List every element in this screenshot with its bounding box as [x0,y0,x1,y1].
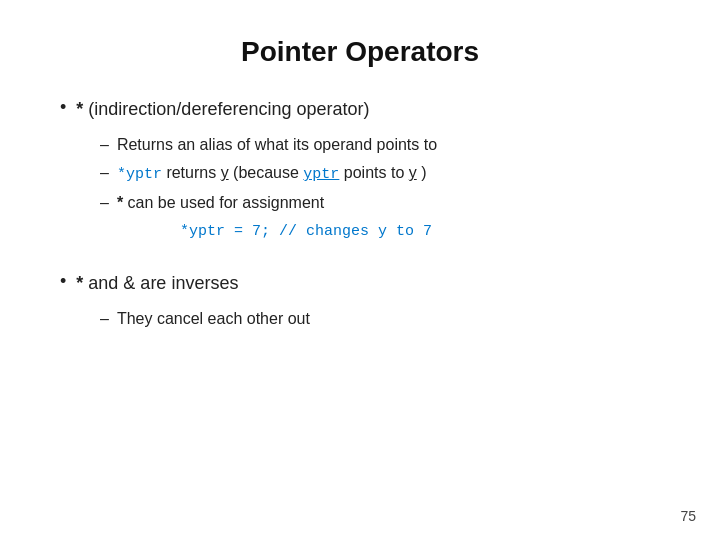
var-y-1: y [221,164,229,181]
page-number: 75 [680,508,696,524]
bullet-2: • * and & are inverses [60,270,660,297]
bullet-dot-2: • [60,271,66,292]
bullet-2-text: * and & are inverses [76,270,238,297]
dash-2: – [100,161,109,185]
sub-item-2: – *yptr returns y (because yptr points t… [100,161,660,187]
slide: Pointer Operators • * (indirection/deref… [0,0,720,540]
code-yptr: yptr [303,166,339,183]
sub-item-1: – Returns an alias of what its operand p… [100,133,660,157]
slide-title: Pointer Operators [60,36,660,68]
bullet-1-text: * (indirection/dereferencing operator) [76,96,369,123]
dash-1: – [100,133,109,157]
var-y-2: y [409,164,417,181]
star-assign: * [117,194,123,211]
bullet-2-subitems: – They cancel each other out [100,307,660,331]
sub-item-4: – They cancel each other out [100,307,660,331]
bullet-1: • * (indirection/dereferencing operator) [60,96,660,123]
sub-item-1-text: Returns an alias of what its operand poi… [117,133,437,157]
sub-item-2-text: *yptr returns y (because yptr points to … [117,161,427,187]
dash-4: – [100,307,109,331]
code-block-assignment: *yptr = 7; // changes y to 7 [180,223,660,240]
bullet-1-subitems: – Returns an alias of what its operand p… [100,133,660,248]
bullet-dot-1: • [60,97,66,118]
code-yptr-deref: *yptr [117,166,162,183]
sub-item-3: – * can be used for assignment [100,191,660,215]
content-area: • * (indirection/dereferencing operator)… [60,96,660,510]
sub-item-4-text: They cancel each other out [117,307,310,331]
sub-item-3-text: * can be used for assignment [117,191,324,215]
dash-3: – [100,191,109,215]
